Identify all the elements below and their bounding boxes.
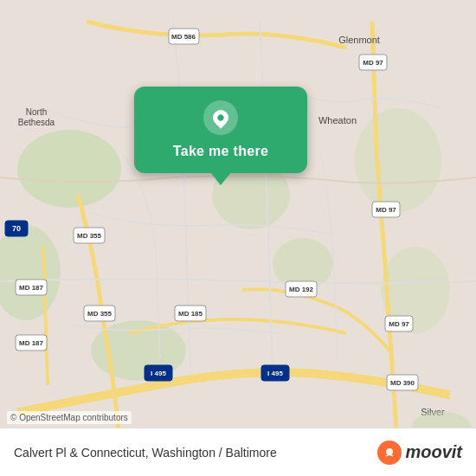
svg-text:Bethesda: Bethesda (18, 118, 55, 127)
svg-text:MD 97: MD 97 (363, 59, 383, 67)
bottom-bar: Calvert Pl & Connecticut, Washington / B… (0, 428, 476, 476)
map-background: MD 586 MD 97 MD 97 MD 97 MD 192 MD 355 M… (0, 0, 476, 476)
pin-icon (203, 100, 238, 135)
svg-text:North: North (26, 107, 47, 117)
svg-text:MD 187: MD 187 (19, 339, 44, 347)
svg-text:I 495: I 495 (267, 370, 283, 377)
map-pin (209, 106, 231, 128)
location-card: Take me there (134, 87, 307, 173)
svg-text:MD 185: MD 185 (178, 310, 203, 318)
svg-text:MD 586: MD 586 (171, 33, 196, 41)
moovit-icon (377, 441, 402, 465)
svg-text:MD 187: MD 187 (19, 284, 44, 292)
svg-text:MD 390: MD 390 (390, 379, 415, 387)
svg-point-1 (17, 130, 121, 208)
moovit-brand-text: moovit (405, 442, 462, 462)
svg-text:MD 192: MD 192 (289, 286, 314, 293)
location-label: Calvert Pl & Connecticut, Washington / B… (14, 446, 377, 460)
moovit-logo: moovit (377, 441, 462, 465)
map-attribution: © OpenStreetMap contributors (7, 411, 132, 424)
svg-text:Glenmont: Glenmont (338, 35, 380, 45)
svg-text:MD 355: MD 355 (87, 310, 113, 318)
svg-text:MD 355: MD 355 (77, 232, 102, 240)
svg-text:Wheaton: Wheaton (318, 115, 357, 125)
attribution-text: © OpenStreetMap contributors (10, 413, 128, 422)
svg-text:70: 70 (12, 224, 21, 233)
map-container: MD 586 MD 97 MD 97 MD 97 MD 192 MD 355 M… (0, 0, 476, 476)
svg-text:I 495: I 495 (151, 370, 166, 377)
svg-text:MD 97: MD 97 (389, 320, 409, 328)
svg-point-6 (355, 108, 441, 212)
svg-text:MD 97: MD 97 (376, 206, 396, 214)
take-me-there-button[interactable]: Take me there (173, 144, 268, 159)
